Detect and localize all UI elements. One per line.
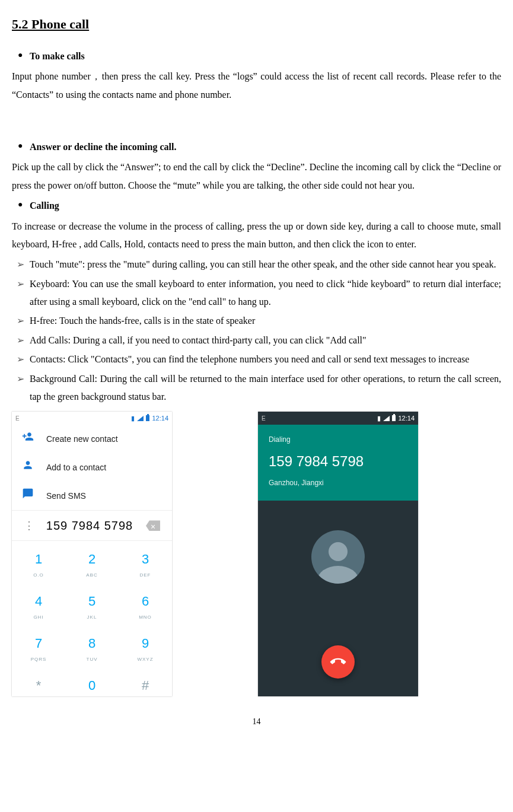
arrow-item: Add Calls: During a call, if you need to… — [12, 332, 501, 349]
send-sms-row[interactable]: Send SMS — [12, 482, 172, 510]
person-icon — [21, 459, 34, 476]
create-contact-row[interactable]: Create new contact — [12, 425, 172, 453]
avatar — [311, 530, 365, 584]
battery-icon — [146, 415, 149, 421]
option-label: Create new contact — [46, 431, 118, 447]
more-icon[interactable]: ⋮ — [24, 515, 33, 536]
body-text: Input phone number，then press the call k… — [12, 68, 501, 104]
key-7[interactable]: 7PQRS — [12, 625, 65, 667]
arrow-item: Contacts: Click "Contacts", you can find… — [12, 351, 501, 368]
option-label: Send SMS — [46, 488, 86, 504]
status-bar: E ▮ 12:14 — [258, 412, 418, 425]
bullet-answer-decline: Answer or decline the incoming call. — [12, 138, 501, 156]
key-hash[interactable]: # — [119, 667, 172, 696]
signal-icon — [137, 416, 144, 421]
key-9[interactable]: 9WXYZ — [119, 625, 172, 667]
number-row: ⋮ 159 7984 5798 — [12, 510, 172, 540]
key-5[interactable]: 5JKL — [65, 583, 119, 625]
end-call-button[interactable] — [321, 645, 355, 679]
dialing-label: Dialing — [269, 433, 407, 447]
keypad: 1O.O 2ABC 3DEF 4GHI 5JKL 6MNO 7PQRS 8TUV… — [12, 540, 172, 696]
key-star[interactable]: * — [12, 667, 65, 696]
dialing-location: Ganzhou, Jiangxi — [269, 476, 407, 490]
key-4[interactable]: 4GHI — [12, 583, 65, 625]
signal-icon — [383, 416, 390, 421]
status-time: 12:14 — [152, 412, 168, 425]
screenshot-dialer: E ▮ 12:14 Create new contact Add to a co… — [12, 412, 172, 696]
add-contact-row[interactable]: Add to a contact — [12, 453, 172, 482]
key-3[interactable]: 3DEF — [119, 541, 172, 583]
add-person-icon — [21, 431, 34, 448]
body-text: To increase or decrease the volume in th… — [12, 218, 501, 254]
arrow-item: Keyboard: You can use the small keyboard… — [12, 275, 501, 311]
key-2[interactable]: 2ABC — [65, 541, 119, 583]
screenshot-dialing: E ▮ 12:14 Dialing 159 7984 5798 Ganzhou,… — [258, 412, 418, 696]
option-label: Add to a contact — [46, 460, 106, 476]
key-1[interactable]: 1O.O — [12, 541, 65, 583]
entered-number: 159 7984 5798 — [33, 514, 146, 537]
bullet-calling: Calling — [12, 197, 501, 215]
key-8[interactable]: 8TUV — [65, 625, 119, 667]
arrow-item: Touch "mute": press the "mute" during ca… — [12, 256, 501, 273]
bullet-to-make-calls: To make calls — [12, 47, 501, 65]
page-number: 14 — [12, 714, 501, 730]
status-bar: E ▮ 12:14 — [12, 412, 172, 425]
sim-icon: ▮ — [377, 412, 381, 425]
backspace-icon[interactable] — [146, 520, 160, 531]
battery-icon — [392, 415, 396, 421]
status-e: E — [262, 413, 266, 424]
key-0[interactable]: 0+ — [65, 667, 119, 696]
arrow-item: H-free: Touch the hands-free, calls is i… — [12, 312, 501, 330]
key-6[interactable]: 6MNO — [119, 583, 172, 625]
dialing-number: 159 7984 5798 — [269, 448, 407, 475]
sms-icon — [21, 488, 34, 505]
body-text: Pick up the call by click the “Answer”; … — [12, 158, 501, 195]
status-time: 12:14 — [398, 412, 415, 425]
sim-icon: ▮ — [131, 412, 135, 425]
call-header: Dialing 159 7984 5798 Ganzhou, Jiangxi — [258, 425, 418, 500]
status-e: E — [15, 413, 20, 424]
section-title: 5.2 Phone call — [12, 12, 501, 37]
arrow-item: Background Call: During the call will be… — [12, 370, 501, 406]
arrow-list: Touch "mute": press the "mute" during ca… — [12, 256, 501, 406]
